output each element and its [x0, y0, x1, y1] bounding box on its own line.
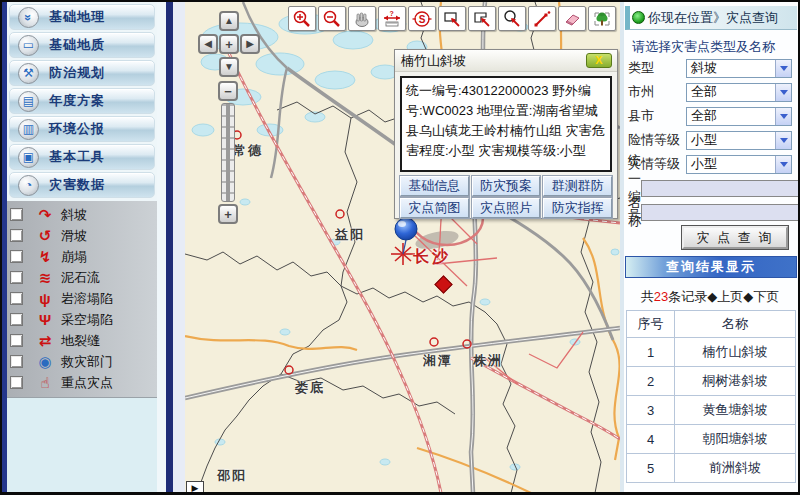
pan-left-button[interactable]: ◀: [198, 34, 218, 54]
sidebar-item-basic-tools[interactable]: ▣ 基本工具: [9, 144, 155, 170]
prev-page-link[interactable]: ◆上页: [707, 289, 743, 304]
karst-subsidence-checkbox[interactable]: [10, 292, 23, 305]
table-row[interactable]: 1 楠竹山斜坡: [627, 338, 796, 367]
layer-row-ground-fissure: ⇄ 地裂缝: [7, 330, 157, 351]
pan-right-button[interactable]: ▶: [240, 34, 260, 54]
row-index: 4: [627, 425, 675, 454]
row-name[interactable]: 前洲斜坡: [675, 454, 796, 483]
sidebar-item-prevention-planning[interactable]: ⚒ 防治规划: [9, 60, 155, 86]
pagination-suffix: 条记录: [668, 289, 707, 304]
measure-distance-icon[interactable]: ?: [378, 6, 406, 31]
row-name[interactable]: 桐树港斜坡: [675, 367, 796, 396]
disaster-query-button[interactable]: 灾 点 查 询: [682, 226, 788, 249]
draw-line-icon[interactable]: [528, 6, 556, 31]
mining-subsidence-checkbox[interactable]: [10, 313, 23, 326]
zoom-out-button[interactable]: −: [218, 81, 238, 101]
chevron-down-icon[interactable]: [775, 156, 791, 173]
chevron-down-icon[interactable]: [775, 60, 791, 77]
chevron-down-icon[interactable]: [775, 132, 791, 149]
row-name[interactable]: 黄鱼塘斜坡: [675, 396, 796, 425]
eraser-icon[interactable]: [558, 6, 586, 31]
layer-tree-icon[interactable]: [588, 6, 616, 31]
next-page-link[interactable]: ◆下页: [743, 289, 779, 304]
breadcrumb-text: 你现在位置》灾点查询: [648, 9, 778, 27]
debris-flow-icon: ≋: [32, 270, 58, 285]
navy-divider-strip: [166, 2, 173, 492]
app-window: » 基础地理 ▭ 基础地质 ⚒ 防治规划 ▤ 年度方案 ▥ 环境公报 ▣ 基本工…: [0, 0, 800, 495]
results-header: 查询结果显示: [625, 256, 797, 278]
chevron-down-icon[interactable]: [775, 84, 791, 101]
field-row-county: 县市 全部: [628, 106, 792, 126]
unified-id-input[interactable]: [641, 180, 800, 197]
sidebar-item-base-geology[interactable]: ▭ 基础地质: [9, 32, 155, 58]
sidebar-item-label: 基本工具: [49, 148, 105, 166]
zoom-slider-rail: [226, 104, 230, 201]
sidebar-item-disaster-data[interactable]: ◔ 灾害数据: [9, 172, 155, 198]
table-row[interactable]: 2 桐树港斜坡: [627, 367, 796, 396]
row-name[interactable]: 楠竹山斜坡: [675, 338, 796, 367]
group-monitoring-button[interactable]: 群测群防: [543, 176, 612, 196]
layer-row-key-disaster-point: ☝ 重点灾点: [7, 372, 157, 393]
type-select[interactable]: 斜坡: [686, 59, 792, 78]
city-label-changsha: 长沙: [413, 247, 451, 268]
field-label: 名称: [628, 194, 641, 230]
table-row[interactable]: 3 黄鱼塘斜坡: [627, 396, 796, 425]
circle-select-icon[interactable]: [498, 6, 526, 31]
ground-fissure-checkbox[interactable]: [10, 334, 23, 347]
key-disaster-point-checkbox[interactable]: [10, 376, 23, 389]
county-select[interactable]: 全部: [686, 107, 792, 126]
row-name[interactable]: 朝阳塘斜坡: [675, 425, 796, 454]
rect-select-icon[interactable]: [438, 6, 466, 31]
pan-down-button[interactable]: ▼: [219, 57, 239, 77]
prefecture-select[interactable]: 全部: [686, 83, 792, 102]
column-header-name: 名称: [675, 311, 796, 338]
command-button[interactable]: 防灾指挥: [543, 198, 612, 218]
slope-checkbox[interactable]: [10, 208, 23, 221]
scale-icon[interactable]: S: [408, 6, 436, 31]
collapse-checkbox[interactable]: [10, 250, 23, 263]
city-label-yiyang: 益阳: [335, 226, 365, 244]
zoom-in-icon[interactable]: [288, 6, 316, 31]
basic-info-button[interactable]: 基础信息: [400, 176, 469, 196]
close-icon[interactable]: X: [586, 53, 612, 68]
sidebar-item-annual-plan[interactable]: ▤ 年度方案: [9, 88, 155, 114]
row-index: 5: [627, 454, 675, 483]
sidebar-item-label: 灾害数据: [49, 176, 105, 194]
pan-center-button[interactable]: +: [219, 34, 239, 54]
table-row[interactable]: 4 朝阳塘斜坡: [627, 425, 796, 454]
query-panel: 你现在位置》灾点查询 请选择灾害点类型及名称 类型 斜坡 市州 全部 县市 全部: [624, 2, 798, 492]
table-row[interactable]: 5 前洲斜坡: [627, 454, 796, 483]
popup-title-bar[interactable]: 楠竹山斜坡 X: [395, 50, 617, 72]
map-overview-button[interactable]: ▶: [186, 481, 204, 492]
toolbox-icon: ▣: [18, 147, 39, 168]
city-label-loudi: 娄底: [295, 379, 325, 397]
disaster-level-select[interactable]: 小型: [686, 155, 792, 174]
sidebar: » 基础地理 ▭ 基础地质 ⚒ 防治规划 ▤ 年度方案 ▥ 环境公报 ▣ 基本工…: [7, 2, 157, 492]
name-input[interactable]: [641, 204, 800, 221]
pan-icon[interactable]: [348, 6, 376, 31]
sidebar-item-base-geography[interactable]: » 基础地理: [9, 4, 155, 30]
zoom-in-button[interactable]: +: [218, 204, 238, 224]
pan-up-button[interactable]: ▲: [219, 11, 239, 31]
field-row-disaster-level: 灾情等级 小型: [628, 154, 792, 174]
landslide-checkbox[interactable]: [10, 229, 23, 242]
risk-level-select[interactable]: 小型: [686, 131, 792, 150]
rescue-department-checkbox[interactable]: [10, 355, 23, 368]
field-label: 市州: [628, 83, 686, 101]
site-sketch-button[interactable]: 灾点简图: [400, 198, 469, 218]
field-row-unified-id: 统一编号: [628, 178, 792, 198]
layer-label: 崩塌: [61, 248, 87, 266]
zoom-slider[interactable]: [221, 103, 235, 202]
collapse-icon: ↯: [32, 249, 58, 264]
site-photo-button[interactable]: 灾点照片: [472, 198, 541, 218]
debris-flow-checkbox[interactable]: [10, 271, 23, 284]
polygon-select-icon[interactable]: [468, 6, 496, 31]
prevention-plan-button[interactable]: 防灾预案: [472, 176, 541, 196]
layer-row-landslide: ↺ 滑坡: [7, 225, 157, 246]
map-canvas[interactable]: 常德 益阳 长沙 湘潭 株洲 娄底 邵阳 ? S: [185, 2, 620, 492]
chevron-down-icon[interactable]: [775, 108, 791, 125]
layer-label: 岩溶塌陷: [61, 290, 113, 308]
sidebar-gap-strip: [157, 2, 166, 492]
zoom-out-icon[interactable]: [318, 6, 346, 31]
sidebar-item-environment-bulletin[interactable]: ▥ 环境公报: [9, 116, 155, 142]
